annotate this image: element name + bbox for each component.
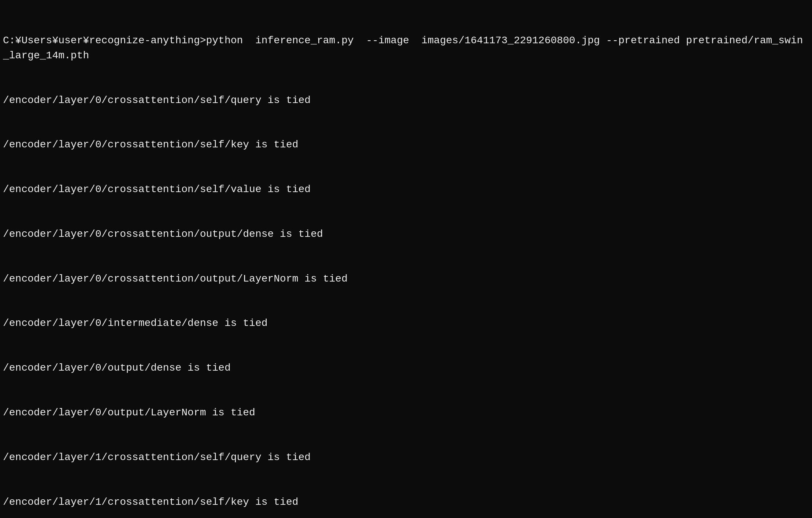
output-line-9: /encoder/layer/1/crossattention/self/que… xyxy=(3,450,809,465)
output-line-7: /encoder/layer/0/output/dense is tied xyxy=(3,361,809,376)
command-line: C:¥Users¥user¥recognize-anything>python … xyxy=(3,33,809,63)
output-line-5: /encoder/layer/0/crossattention/output/L… xyxy=(3,272,809,287)
output-line-1: /encoder/layer/0/crossattention/self/que… xyxy=(3,93,809,108)
terminal-window: C:¥Users¥user¥recognize-anything>python … xyxy=(3,4,809,518)
output-line-4: /encoder/layer/0/crossattention/output/d… xyxy=(3,227,809,242)
output-line-2: /encoder/layer/0/crossattention/self/key… xyxy=(3,137,809,153)
output-line-8: /encoder/layer/0/output/LayerNorm is tie… xyxy=(3,405,809,420)
output-line-6: /encoder/layer/0/intermediate/dense is t… xyxy=(3,316,809,331)
output-line-3: /encoder/layer/0/crossattention/self/val… xyxy=(3,182,809,197)
output-line-10: /encoder/layer/1/crossattention/self/key… xyxy=(3,495,809,510)
inference-keyword: inference xyxy=(255,35,311,46)
